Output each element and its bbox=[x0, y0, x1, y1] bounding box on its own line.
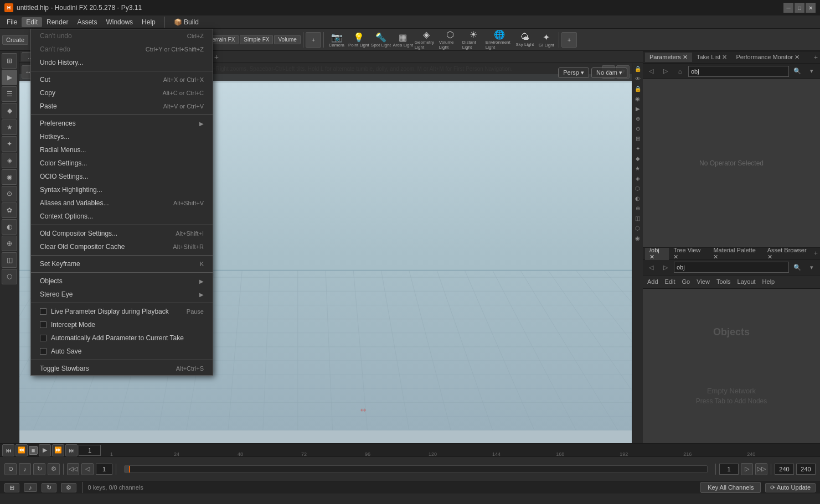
dd-objects[interactable]: Objects ▶ bbox=[31, 274, 213, 288]
btn-step-fwd[interactable]: ⏩ bbox=[52, 444, 64, 456]
dd-copy[interactable]: Copy Alt+C or Ctrl+C bbox=[31, 86, 213, 100]
env-light-tool[interactable]: 🌐 Environment Light bbox=[486, 29, 513, 50]
sidebar-icon-9[interactable]: ⊙ bbox=[2, 186, 17, 201]
btn-stop[interactable]: ■ bbox=[29, 446, 38, 455]
menu-build[interactable]: 📦 Build bbox=[169, 17, 203, 27]
vr-icon-16[interactable]: ◫ bbox=[633, 214, 642, 222]
sidebar-icon-11[interactable]: ◐ bbox=[2, 219, 17, 235]
btn-go-start[interactable]: ⏮ bbox=[2, 444, 14, 456]
btn-frame-fwd1[interactable]: ▷ bbox=[741, 463, 753, 475]
sidebar-icon-6[interactable]: ✦ bbox=[2, 136, 17, 152]
end-frame2[interactable]: 240 bbox=[796, 464, 816, 475]
start-frame-field[interactable]: 1 bbox=[96, 464, 112, 475]
dd-cut[interactable]: Cut Alt+X or Ctrl+X bbox=[31, 73, 213, 86]
geometry-light-tool[interactable]: ◈ Geometry Light bbox=[415, 29, 438, 50]
create-button[interactable]: Create bbox=[2, 35, 28, 45]
params-back-icon[interactable]: ◁ bbox=[645, 65, 657, 77]
vr-icon-1[interactable]: 🔒 bbox=[633, 64, 642, 73]
vr-icon-6[interactable]: ⊕ bbox=[633, 114, 642, 123]
close-button[interactable]: ✕ bbox=[806, 3, 816, 13]
sidebar-select-icon[interactable]: ▶ bbox=[2, 70, 17, 85]
dd-context-options[interactable]: Context Options... bbox=[31, 210, 213, 223]
btn-frame-back1[interactable]: ◁ bbox=[81, 463, 94, 475]
vr-icon-10[interactable]: ◆ bbox=[633, 154, 642, 163]
vr-icon-5[interactable]: ▶ bbox=[633, 104, 642, 113]
params-menu-icon[interactable]: ▾ bbox=[806, 65, 818, 77]
dd-color-settings[interactable]: Color Settings... bbox=[31, 157, 213, 170]
params-path[interactable]: obj bbox=[688, 66, 789, 77]
menu-file[interactable]: File bbox=[2, 17, 22, 27]
sidebar-icon-14[interactable]: ⬡ bbox=[2, 269, 17, 284]
dd-live-param[interactable]: Live Parameter Display during Playback P… bbox=[31, 305, 213, 318]
menu-render[interactable]: Render bbox=[42, 17, 73, 27]
dd-toggle-stowbars[interactable]: Toggle Stowbars Alt+Ctrl+S bbox=[31, 362, 213, 375]
vr-icon-7[interactable]: ⊙ bbox=[633, 124, 642, 133]
gi-light-tool[interactable]: ✦ GI Light bbox=[537, 32, 556, 48]
sidebar-icon-3[interactable]: ☰ bbox=[2, 86, 17, 102]
frame-display[interactable]: 1 bbox=[79, 445, 101, 456]
current-frame-field[interactable]: 1 bbox=[719, 464, 739, 475]
plus-icon[interactable]: + bbox=[306, 32, 321, 48]
tab-parameters[interactable]: Parameters ✕ bbox=[645, 53, 692, 62]
btn-realtime[interactable]: ⊙ bbox=[4, 463, 17, 475]
params-add-tab[interactable]: + bbox=[814, 54, 818, 61]
maximize-button[interactable]: □ bbox=[795, 3, 804, 13]
tab-perf-monitor[interactable]: Performance Monitor ✕ bbox=[731, 53, 804, 62]
dd-old-compositor[interactable]: Old Compositor Settings... Alt+Shift+I bbox=[31, 227, 213, 240]
key-all-channels-btn[interactable]: Key All Channels bbox=[700, 482, 761, 493]
network-layout-btn[interactable]: Layout bbox=[735, 277, 758, 286]
toolbar-add-icon[interactable]: + bbox=[561, 32, 577, 48]
sidebar-icon-12[interactable]: ⊕ bbox=[2, 236, 17, 251]
persp-button[interactable]: Persp ▾ bbox=[558, 67, 589, 78]
vr-icon-2[interactable]: 👁 bbox=[633, 74, 642, 83]
end-frame-field[interactable]: 240 bbox=[775, 464, 794, 475]
dd-stereo-eye[interactable]: Stereo Eye ▶ bbox=[31, 288, 213, 301]
btn-play[interactable]: ▶ bbox=[39, 444, 51, 456]
dd-undo-history[interactable]: Undo History... bbox=[31, 56, 213, 69]
dd-aliases[interactable]: Aliases and Variables... Alt+Shift+V bbox=[31, 196, 213, 210]
dd-hotkeys[interactable]: Hotkeys... bbox=[31, 130, 213, 143]
network-back-icon[interactable]: ◁ bbox=[645, 261, 657, 273]
dd-auto-save[interactable]: Auto Save bbox=[31, 345, 213, 358]
tab-add-button[interactable]: + bbox=[212, 53, 221, 61]
tab-volume[interactable]: Volume bbox=[274, 35, 300, 44]
tab-simple-fx[interactable]: Simple FX bbox=[240, 35, 273, 44]
minimize-button[interactable]: ─ bbox=[783, 3, 793, 13]
vr-icon-11[interactable]: ★ bbox=[633, 164, 642, 173]
network-view-btn[interactable]: View bbox=[694, 277, 712, 286]
area-light-tool[interactable]: ▦ Area Light bbox=[393, 32, 414, 48]
dd-ocio-settings[interactable]: OCIO Settings... bbox=[31, 170, 213, 183]
network-go-btn[interactable]: Go bbox=[680, 277, 693, 286]
params-home-icon[interactable]: ⌂ bbox=[674, 65, 686, 77]
network-add-tab[interactable]: + bbox=[814, 250, 818, 257]
timeline-bar[interactable] bbox=[124, 465, 708, 473]
vr-icon-18[interactable]: ◉ bbox=[633, 233, 642, 242]
dd-clear-compositor[interactable]: Clear Old Compositor Cache Alt+Shift+R bbox=[31, 240, 213, 253]
audio-btn[interactable]: ♪ bbox=[24, 483, 37, 492]
distant-light-tool[interactable]: ☀ Distant Light bbox=[462, 29, 484, 50]
vr-icon-12[interactable]: ◈ bbox=[633, 174, 642, 183]
vr-icon-17[interactable]: ⬡ bbox=[633, 224, 642, 232]
params-search-icon[interactable]: 🔍 bbox=[791, 65, 803, 77]
sidebar-scene-icon[interactable]: ⊞ bbox=[2, 53, 17, 69]
network-tools-btn[interactable]: Tools bbox=[714, 277, 733, 286]
scene-view-btn[interactable]: ⊞ bbox=[4, 483, 19, 492]
dd-set-keyframe[interactable]: Set Keyframe K bbox=[31, 257, 213, 271]
volume-light-tool[interactable]: ⬡ Volume Light bbox=[439, 29, 461, 50]
params-fwd-icon[interactable]: ▷ bbox=[659, 65, 672, 77]
vr-icon-15[interactable]: ⊕ bbox=[633, 204, 642, 212]
network-edit-btn[interactable]: Edit bbox=[663, 277, 678, 286]
settings-btn[interactable]: ⚙ bbox=[61, 483, 76, 492]
sidebar-icon-10[interactable]: ✿ bbox=[2, 202, 17, 218]
no-cam-button[interactable]: No cam ▾ bbox=[591, 67, 627, 78]
network-menu-icon[interactable]: ▾ bbox=[806, 261, 818, 273]
spot-light-tool[interactable]: 🔦 Spot Light bbox=[370, 32, 391, 48]
network-fwd-icon[interactable]: ▷ bbox=[659, 261, 672, 273]
vr-icon-14[interactable]: ◐ bbox=[633, 194, 642, 202]
network-help-btn[interactable]: Help bbox=[760, 277, 777, 286]
menu-assets[interactable]: Assets bbox=[73, 17, 101, 27]
menu-help[interactable]: Help bbox=[137, 17, 160, 27]
menu-windows[interactable]: Windows bbox=[101, 17, 137, 27]
sidebar-icon-7[interactable]: ◈ bbox=[2, 153, 17, 168]
loop-btn[interactable]: ↻ bbox=[42, 483, 56, 492]
